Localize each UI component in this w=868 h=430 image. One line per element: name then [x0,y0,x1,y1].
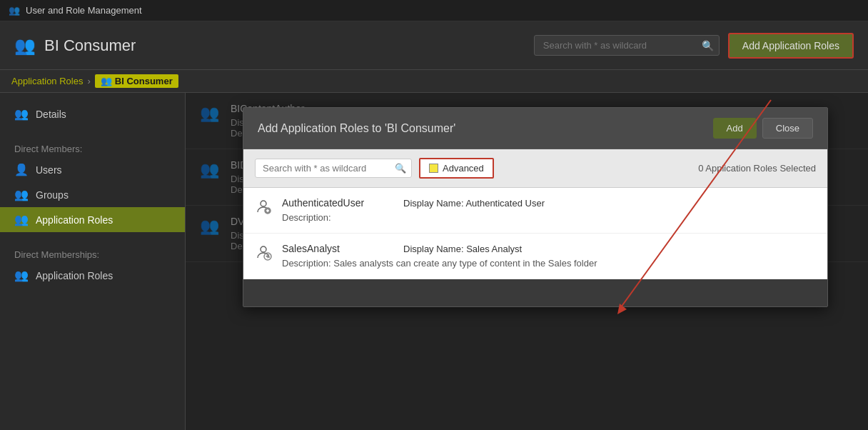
header: 👥 BI Consumer 🔍 Add Application Roles [0,21,868,70]
sidebar-item-users[interactable]: 👤 Users [0,157,185,182]
breadcrumb-user-icon: 👥 [101,76,112,86]
modal-search-icon: 🔍 [395,163,406,174]
add-application-roles-button[interactable]: Add Application Roles [728,33,854,59]
breadcrumb-parent[interactable]: Application Roles [11,76,83,86]
sidebar-item-application-roles[interactable]: 👥 Application Roles [0,207,185,232]
breadcrumb: Application Roles › 👥 BI Consumer [0,70,868,93]
sidebar-details-label: Details [36,109,66,120]
direct-members-label: Direct Members: [0,138,185,157]
modal-role-info-salesanalyst: SalesAnalyst Display Name: Sales Analyst… [282,242,597,270]
main-layout: 👥 Details Direct Members: 👤 Users 👥 Grou… [0,93,868,430]
modal-role-name-salesanalyst: SalesAnalyst [282,243,389,254]
modal-search-wrapper: 🔍 [255,159,412,178]
breadcrumb-separator: › [87,76,90,86]
sidebar-groups-label: Groups [36,189,69,201]
modal-toolbar: 🔍 Advanced 0 Application Roles Selected [243,149,827,188]
header-search-wrapper: 🔍 [534,35,720,56]
page-title: BI Consumer [44,36,136,55]
app-roles-icon: 👥 [14,213,29,226]
list-item: SalesAnalyst Display Name: Sales Analyst… [243,234,827,279]
sidebar-app-roles-label: Application Roles [36,214,113,226]
sidebar: 👥 Details Direct Members: 👤 Users 👥 Grou… [0,93,186,430]
modal-title: Add Application Roles to 'BI Consumer' [258,122,455,135]
modal-role-desc-salesanalyst: Display Name: Sales Analyst [403,242,522,256]
advanced-button[interactable]: Advanced [419,158,494,179]
modal-role-info-authenticated: AuthenticatedUser Display Name: Authenti… [282,196,545,224]
top-bar-title: User and Role Management [26,5,142,16]
sidebar-item-groups[interactable]: 👥 Groups [0,182,185,207]
modal-role-name-authenticated: AuthenticatedUser [282,197,389,209]
users-icon: 👤 [14,163,29,176]
header-search-input[interactable] [534,35,720,56]
modal-header: Add Application Roles to 'BI Consumer' A… [243,108,827,149]
header-user-icon: 👥 [14,36,36,56]
modal-role-desc2-salesanalyst: Description: Sales analysts can create a… [282,256,597,271]
list-item: AuthenticatedUser Display Name: Authenti… [243,188,827,234]
svg-point-2 [261,246,266,252]
top-bar: 👥 User and Role Management [0,0,868,21]
sidebar-users-label: Users [36,164,62,176]
modal-role-desc2-authenticated: Description: [282,211,545,225]
modal-role-icon-authenticated [255,198,272,219]
modal-overlay: Add Application Roles to 'BI Consumer' A… [186,93,868,430]
modal-add-button[interactable]: Add [713,118,757,139]
selected-count: 0 Application Roles Selected [698,163,816,174]
modal-close-button[interactable]: Close [762,118,813,139]
modal-role-desc-authenticated: Display Name: Authenticated User [403,196,545,211]
sidebar-item-details[interactable]: 👥 Details [0,101,185,126]
advanced-checkbox [429,164,438,173]
svg-point-0 [261,201,266,206]
header-title-area: 👥 BI Consumer [14,36,534,56]
details-icon: 👥 [14,107,29,121]
advanced-label: Advanced [443,163,484,174]
memberships-app-roles-icon: 👥 [14,269,29,282]
add-application-roles-modal: Add Application Roles to 'BI Consumer' A… [243,107,828,307]
breadcrumb-current: 👥 BI Consumer [95,74,178,88]
sidebar-item-memberships-app-roles[interactable]: 👥 Application Roles [0,263,185,288]
user-management-icon: 👥 [9,5,20,16]
modal-role-list: AuthenticatedUser Display Name: Authenti… [243,188,827,279]
modal-search-input[interactable] [255,159,412,178]
modal-actions: Add Close [713,118,813,139]
direct-memberships-label: Direct Memberships: [0,244,185,263]
groups-icon: 👥 [14,188,29,201]
content-area: 👥 BIContentAuthor Display Name: BI Conte… [186,93,868,430]
header-search-icon: 🔍 [702,40,714,51]
sidebar-memberships-app-roles-label: Application Roles [36,270,113,281]
modal-role-icon-salesanalyst [255,244,272,265]
